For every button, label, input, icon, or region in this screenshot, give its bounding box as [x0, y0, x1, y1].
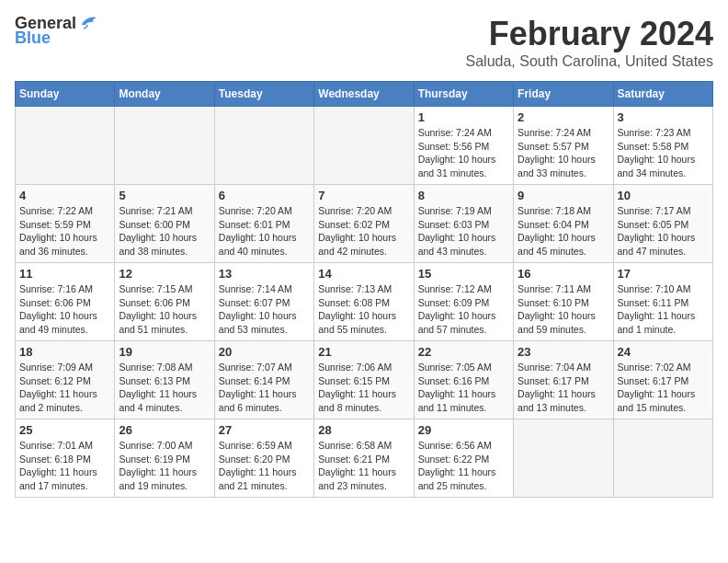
month-title: February 2024: [466, 15, 714, 53]
calendar-table: SundayMondayTuesdayWednesdayThursdayFrid…: [15, 81, 713, 498]
day-number: 22: [418, 345, 509, 359]
day-info: Sunrise: 7:04 AM Sunset: 6:17 PM Dayligh…: [518, 361, 609, 415]
day-info: Sunrise: 7:17 AM Sunset: 6:05 PM Dayligh…: [618, 204, 709, 259]
calendar-cell: [115, 107, 214, 185]
calendar-cell: 7Sunrise: 7:20 AM Sunset: 6:02 PM Daylig…: [314, 185, 414, 263]
day-info: Sunrise: 7:16 AM Sunset: 6:06 PM Dayligh…: [19, 282, 110, 337]
calendar-cell: 19Sunrise: 7:08 AM Sunset: 6:13 PM Dayli…: [115, 341, 214, 419]
day-info: Sunrise: 7:01 AM Sunset: 6:18 PM Dayligh…: [19, 439, 110, 493]
day-number: 25: [19, 423, 110, 437]
day-number: 2: [518, 110, 609, 124]
calendar-cell: [613, 419, 712, 498]
day-number: 13: [219, 267, 310, 281]
weekday-header-friday: Friday: [514, 82, 613, 107]
calendar-cell: 29Sunrise: 6:56 AM Sunset: 6:22 PM Dayli…: [414, 419, 513, 498]
calendar-cell: 9Sunrise: 7:18 AM Sunset: 6:04 PM Daylig…: [514, 185, 613, 263]
calendar-cell: 27Sunrise: 6:59 AM Sunset: 6:20 PM Dayli…: [214, 419, 313, 498]
day-info: Sunrise: 7:24 AM Sunset: 5:56 PM Dayligh…: [418, 126, 509, 180]
day-info: Sunrise: 7:15 AM Sunset: 6:06 PM Dayligh…: [119, 282, 210, 337]
calendar-cell: 8Sunrise: 7:19 AM Sunset: 6:03 PM Daylig…: [414, 185, 513, 263]
day-number: 23: [518, 345, 609, 359]
day-number: 16: [518, 267, 609, 281]
day-info: Sunrise: 7:22 AM Sunset: 5:59 PM Dayligh…: [19, 204, 110, 259]
day-info: Sunrise: 7:19 AM Sunset: 6:03 PM Dayligh…: [418, 204, 509, 259]
calendar-cell: 4Sunrise: 7:22 AM Sunset: 5:59 PM Daylig…: [16, 185, 115, 263]
logo: General Blue: [15, 15, 98, 48]
day-number: 3: [618, 110, 709, 124]
calendar-cell: 15Sunrise: 7:12 AM Sunset: 6:09 PM Dayli…: [414, 263, 513, 341]
day-number: 15: [418, 267, 509, 281]
day-info: Sunrise: 7:02 AM Sunset: 6:17 PM Dayligh…: [618, 361, 709, 415]
calendar-week-row: 1Sunrise: 7:24 AM Sunset: 5:56 PM Daylig…: [16, 107, 713, 185]
calendar-week-row: 11Sunrise: 7:16 AM Sunset: 6:06 PM Dayli…: [16, 263, 713, 341]
day-info: Sunrise: 7:14 AM Sunset: 6:07 PM Dayligh…: [219, 282, 310, 337]
day-info: Sunrise: 7:20 AM Sunset: 6:01 PM Dayligh…: [219, 204, 310, 259]
day-number: 17: [618, 267, 709, 281]
calendar-week-row: 4Sunrise: 7:22 AM Sunset: 5:59 PM Daylig…: [16, 185, 713, 263]
calendar-cell: 17Sunrise: 7:10 AM Sunset: 6:11 PM Dayli…: [613, 263, 712, 341]
day-info: Sunrise: 7:20 AM Sunset: 6:02 PM Dayligh…: [318, 204, 409, 259]
day-info: Sunrise: 7:13 AM Sunset: 6:08 PM Dayligh…: [318, 282, 409, 337]
day-number: 1: [418, 110, 509, 124]
calendar-cell: 11Sunrise: 7:16 AM Sunset: 6:06 PM Dayli…: [16, 263, 115, 341]
day-info: Sunrise: 7:10 AM Sunset: 6:11 PM Dayligh…: [618, 282, 709, 337]
day-info: Sunrise: 7:11 AM Sunset: 6:10 PM Dayligh…: [518, 282, 609, 337]
calendar-cell: 13Sunrise: 7:14 AM Sunset: 6:07 PM Dayli…: [214, 263, 313, 341]
day-number: 21: [318, 345, 409, 359]
calendar-cell: 18Sunrise: 7:09 AM Sunset: 6:12 PM Dayli…: [16, 341, 115, 419]
weekday-header-tuesday: Tuesday: [214, 82, 313, 107]
day-number: 5: [119, 189, 210, 202]
calendar-cell: [16, 107, 115, 185]
day-info: Sunrise: 7:06 AM Sunset: 6:15 PM Dayligh…: [318, 361, 409, 415]
calendar-cell: 20Sunrise: 7:07 AM Sunset: 6:14 PM Dayli…: [214, 341, 313, 419]
day-number: 29: [418, 423, 509, 437]
day-number: 12: [119, 267, 210, 281]
day-number: 8: [418, 189, 509, 202]
calendar-cell: [314, 107, 414, 185]
weekday-header-monday: Monday: [115, 82, 214, 107]
calendar-cell: 2Sunrise: 7:24 AM Sunset: 5:57 PM Daylig…: [514, 107, 613, 185]
day-number: 18: [19, 345, 110, 359]
day-number: 28: [318, 423, 409, 437]
day-info: Sunrise: 7:05 AM Sunset: 6:16 PM Dayligh…: [418, 361, 509, 415]
calendar-cell: 28Sunrise: 6:58 AM Sunset: 6:21 PM Dayli…: [314, 419, 414, 498]
weekday-header-wednesday: Wednesday: [314, 82, 414, 107]
location-title: Saluda, South Carolina, United States: [466, 53, 714, 70]
day-info: Sunrise: 7:21 AM Sunset: 6:00 PM Dayligh…: [119, 204, 210, 259]
day-number: 27: [219, 423, 310, 437]
weekday-header-thursday: Thursday: [414, 82, 513, 107]
day-number: 11: [19, 267, 110, 281]
calendar-week-row: 25Sunrise: 7:01 AM Sunset: 6:18 PM Dayli…: [16, 419, 713, 498]
calendar-cell: 6Sunrise: 7:20 AM Sunset: 6:01 PM Daylig…: [214, 185, 313, 263]
weekday-header-row: SundayMondayTuesdayWednesdayThursdayFrid…: [16, 82, 713, 107]
day-number: 4: [19, 189, 110, 202]
day-number: 19: [119, 345, 210, 359]
calendar-cell: 12Sunrise: 7:15 AM Sunset: 6:06 PM Dayli…: [115, 263, 214, 341]
calendar-cell: 21Sunrise: 7:06 AM Sunset: 6:15 PM Dayli…: [314, 341, 414, 419]
calendar-cell: 3Sunrise: 7:23 AM Sunset: 5:58 PM Daylig…: [613, 107, 712, 185]
day-number: 9: [518, 189, 609, 202]
header: General Blue February 2024 Saluda, South…: [15, 15, 713, 70]
day-info: Sunrise: 7:07 AM Sunset: 6:14 PM Dayligh…: [219, 361, 310, 415]
calendar-cell: 25Sunrise: 7:01 AM Sunset: 6:18 PM Dayli…: [16, 419, 115, 498]
day-number: 14: [318, 267, 409, 281]
day-info: Sunrise: 7:24 AM Sunset: 5:57 PM Dayligh…: [518, 126, 609, 180]
calendar-cell: 22Sunrise: 7:05 AM Sunset: 6:16 PM Dayli…: [414, 341, 513, 419]
calendar-cell: 5Sunrise: 7:21 AM Sunset: 6:00 PM Daylig…: [115, 185, 214, 263]
day-number: 6: [219, 189, 310, 202]
day-number: 24: [618, 345, 709, 359]
day-number: 10: [618, 189, 709, 202]
weekday-header-sunday: Sunday: [16, 82, 115, 107]
day-info: Sunrise: 6:59 AM Sunset: 6:20 PM Dayligh…: [219, 439, 310, 493]
day-info: Sunrise: 7:09 AM Sunset: 6:12 PM Dayligh…: [19, 361, 110, 415]
day-info: Sunrise: 7:23 AM Sunset: 5:58 PM Dayligh…: [618, 126, 709, 180]
calendar-cell: 1Sunrise: 7:24 AM Sunset: 5:56 PM Daylig…: [414, 107, 513, 185]
calendar-cell: 23Sunrise: 7:04 AM Sunset: 6:17 PM Dayli…: [514, 341, 613, 419]
day-number: 7: [318, 189, 409, 202]
calendar-cell: 26Sunrise: 7:00 AM Sunset: 6:19 PM Dayli…: [115, 419, 214, 498]
weekday-header-saturday: Saturday: [613, 82, 712, 107]
calendar-week-row: 18Sunrise: 7:09 AM Sunset: 6:12 PM Dayli…: [16, 341, 713, 419]
calendar-cell: 14Sunrise: 7:13 AM Sunset: 6:08 PM Dayli…: [314, 263, 414, 341]
day-info: Sunrise: 7:00 AM Sunset: 6:19 PM Dayligh…: [119, 439, 210, 493]
logo-text-blue: Blue: [15, 29, 51, 48]
